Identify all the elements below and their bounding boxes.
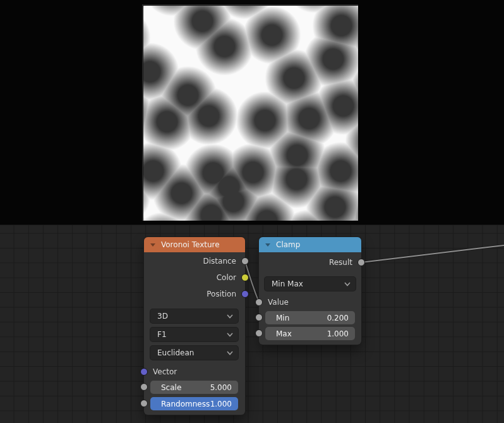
- randomness-input-socket[interactable]: [140, 400, 148, 407]
- clamp-node[interactable]: Clamp Result Min Max Value Min 0.200 Max…: [259, 237, 361, 345]
- output-label-color: Color: [144, 271, 245, 284]
- collapse-triangle-icon[interactable]: [150, 243, 155, 247]
- scale-field[interactable]: Scale 5.000: [150, 381, 238, 394]
- feature-dropdown[interactable]: F1: [150, 328, 238, 341]
- min-input-socket[interactable]: [255, 314, 263, 321]
- max-field[interactable]: Max 1.000: [265, 327, 355, 340]
- min-field[interactable]: Min 0.200: [265, 311, 355, 324]
- input-label-vector: Vector: [144, 365, 245, 378]
- chevron-down-icon: [344, 282, 351, 286]
- chevron-down-icon: [227, 333, 233, 337]
- max-input-socket[interactable]: [255, 329, 263, 337]
- output-label-result: Result: [259, 256, 361, 269]
- collapse-triangle-icon[interactable]: [265, 243, 270, 247]
- output-label-distance: Distance: [144, 255, 245, 267]
- result-output-socket[interactable]: [357, 259, 365, 266]
- node-title: Clamp: [276, 240, 300, 249]
- input-label-value: Value: [259, 296, 361, 309]
- output-label-position: Position: [144, 288, 245, 300]
- blender-window: { "voronoi_node": { "title": "Voronoi Te…: [0, 0, 504, 423]
- voronoi-node-header[interactable]: Voronoi Texture: [144, 237, 245, 252]
- node-editor-canvas[interactable]: [0, 224, 504, 423]
- value-input-socket[interactable]: [255, 298, 263, 306]
- texture-preview-region[interactable]: [0, 0, 504, 224]
- chevron-down-icon: [227, 314, 233, 319]
- scale-value: 5.000: [210, 383, 232, 392]
- texture-preview-frame: [142, 4, 358, 221]
- color-output-socket[interactable]: [241, 274, 249, 281]
- chevron-down-icon: [227, 351, 233, 355]
- distance-metric-dropdown[interactable]: Euclidean: [150, 346, 238, 360]
- scale-input-socket[interactable]: [140, 383, 148, 391]
- distance-output-socket[interactable]: [241, 257, 249, 265]
- randomness-value: 1.000: [210, 400, 232, 408]
- position-output-socket[interactable]: [241, 290, 249, 298]
- voronoi-texture-preview-image: [143, 6, 358, 221]
- vector-input-socket[interactable]: [140, 368, 148, 376]
- clamp-node-header[interactable]: Clamp: [259, 237, 361, 252]
- node-title: Voronoi Texture: [161, 240, 220, 249]
- max-value: 1.000: [327, 329, 349, 338]
- min-value: 0.200: [327, 314, 349, 322]
- randomness-field[interactable]: Randomness 1.000: [150, 397, 238, 410]
- voronoi-texture-node[interactable]: Voronoi Texture Distance Color Position …: [144, 237, 245, 415]
- clamp-type-dropdown[interactable]: Min Max: [265, 277, 356, 291]
- dimensions-dropdown[interactable]: 3D: [150, 309, 238, 323]
